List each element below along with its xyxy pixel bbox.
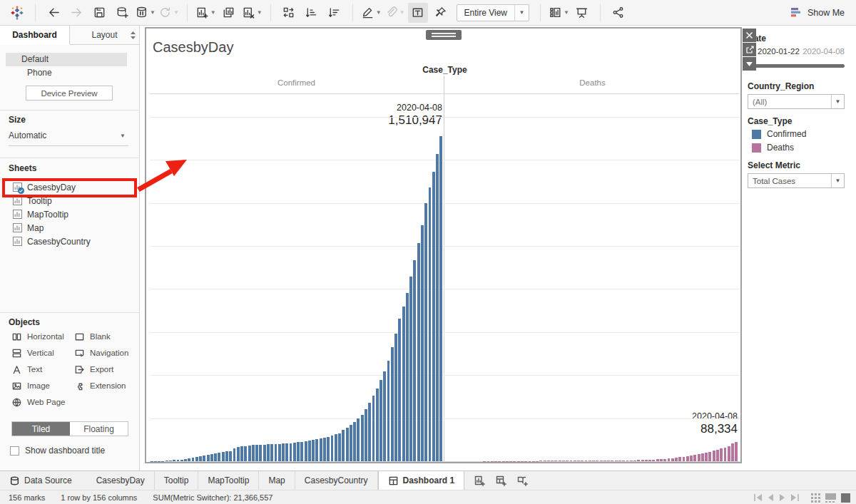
bar[interactable] [402,307,405,462]
bar[interactable] [229,451,232,461]
pause-updates-button[interactable]: ▼ [135,3,156,23]
tab-map[interactable]: Map [259,471,295,490]
bar[interactable] [675,458,678,461]
nav-previous-icon[interactable] [768,494,774,501]
refresh-button[interactable]: ▼ [158,3,179,23]
bar[interactable] [398,319,401,461]
sidebar-collapse-icon[interactable] [130,31,136,41]
dashboard-zone-casesbyday[interactable]: CasesbyDay Case_Type Confirmed Deaths 20… [145,27,742,463]
new-datasource-button[interactable] [112,3,132,23]
new-worksheet-button[interactable]: ▼ [195,3,216,23]
bar[interactable] [184,459,187,461]
bar[interactable] [596,461,598,461]
bar[interactable] [611,461,613,461]
new-dashboard-button[interactable] [490,471,511,490]
bar[interactable] [622,461,625,461]
bar[interactable] [177,460,180,461]
bar[interactable] [656,459,659,461]
device-item-phone[interactable]: Phone [6,66,127,80]
bar[interactable] [690,456,693,461]
bar[interactable] [432,172,435,461]
bar[interactable] [539,461,542,461]
bar[interactable] [361,415,364,461]
bar[interactable] [387,361,390,461]
bar[interactable] [278,444,281,461]
bar[interactable] [705,453,708,461]
bar[interactable] [300,442,303,461]
bar[interactable] [713,451,715,461]
bar[interactable] [282,443,285,461]
tableau-logo-button[interactable] [7,3,27,23]
sort-descending-button[interactable] [325,3,345,23]
sheet-item-map[interactable]: Map [0,221,140,235]
size-dropdown[interactable]: Automatic ▼ [9,130,128,146]
bar[interactable] [698,454,700,461]
fix-axes-button[interactable] [431,3,451,23]
bar[interactable] [188,458,190,461]
show-mark-labels-button[interactable] [408,3,428,23]
bar[interactable] [365,409,367,461]
metric-dropdown[interactable]: Total Cases ▼ [748,173,845,188]
bar[interactable] [192,458,195,461]
bar[interactable] [547,461,550,461]
object-blank[interactable]: Blank [74,331,134,341]
bar[interactable] [436,154,439,461]
object-image[interactable]: Image [11,381,74,391]
bar[interactable] [554,461,557,461]
bar[interactable] [645,460,648,461]
bar[interactable] [214,453,217,461]
bar[interactable] [357,418,360,461]
save-button[interactable] [89,3,109,23]
tab-data-source[interactable]: Data Source [0,471,81,490]
bar[interactable] [686,456,689,461]
bar[interactable] [660,459,663,461]
undo-arrow-button[interactable] [44,3,63,23]
bar[interactable] [648,460,651,461]
bar[interactable] [244,446,247,462]
bar[interactable] [383,371,386,461]
zone-more-options-icon[interactable] [743,57,756,71]
bar[interactable] [720,448,723,461]
bar[interactable] [708,452,711,461]
bar[interactable] [237,447,240,461]
bar[interactable] [626,461,629,461]
object-web-page[interactable]: Web Page [11,397,74,407]
bar[interactable] [165,461,168,461]
bar[interactable] [225,451,228,461]
bar[interactable] [731,443,734,461]
grid-view-icon[interactable] [811,493,820,503]
legend-item-confirmed[interactable]: Confirmed [752,129,806,139]
bar[interactable] [577,461,580,461]
bar[interactable] [252,445,255,461]
bar[interactable] [671,458,674,461]
bar[interactable] [603,461,606,461]
object-vertical[interactable]: Vertical [11,348,74,358]
clear-sheet-button[interactable]: ▼ [242,3,263,23]
bar[interactable] [195,457,198,461]
country-filter-dropdown[interactable]: (All) ▼ [748,94,845,109]
bar[interactable] [173,460,175,461]
bar[interactable] [618,461,621,461]
tab-layout[interactable]: Layout [70,26,139,44]
bar[interactable] [353,422,356,461]
floating-option[interactable]: Floating [70,422,128,436]
bar[interactable] [368,403,371,461]
date-range-slider[interactable] [748,64,845,68]
bar[interactable] [429,187,432,461]
bar[interactable] [240,446,243,461]
bar[interactable] [323,438,326,461]
bar[interactable] [683,457,686,461]
tiled-option[interactable]: Tiled [12,422,70,436]
bar[interactable] [327,437,330,461]
bar[interactable] [588,461,591,461]
show-dashboard-title-checkbox[interactable] [10,446,19,456]
bar[interactable] [275,444,277,461]
device-preview-button[interactable]: Device Preview [26,86,113,101]
bar[interactable] [652,460,655,461]
bar[interactable] [259,445,262,461]
bar[interactable] [312,440,315,461]
bar[interactable] [372,396,375,461]
bar[interactable] [570,461,573,461]
show-hide-cards-button[interactable]: ▼ [549,3,569,23]
object-text[interactable]: Text [11,364,74,374]
